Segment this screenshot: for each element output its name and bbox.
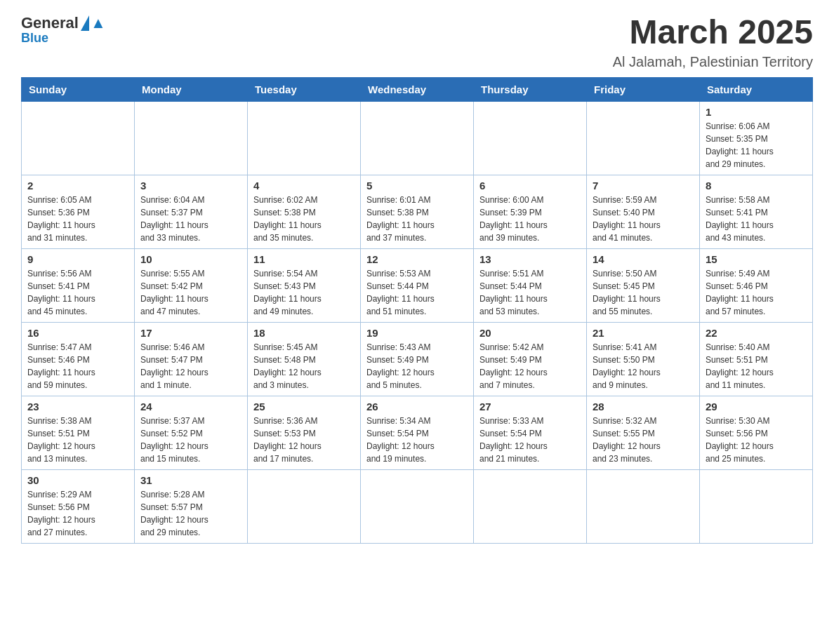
table-row: 1Sunrise: 6:06 AM Sunset: 5:35 PM Daylig… bbox=[700, 101, 813, 175]
day-number: 24 bbox=[140, 401, 241, 412]
day-number: 4 bbox=[253, 180, 355, 192]
day-number: 8 bbox=[706, 180, 807, 192]
day-number: 25 bbox=[253, 401, 355, 412]
header-thursday: Thursday bbox=[474, 77, 587, 101]
day-info: Sunrise: 5:55 AM Sunset: 5:42 PM Dayligh… bbox=[140, 267, 241, 318]
day-info: Sunrise: 5:45 AM Sunset: 5:48 PM Dayligh… bbox=[253, 341, 355, 391]
header-saturday: Saturday bbox=[700, 77, 813, 101]
header-wednesday: Wednesday bbox=[361, 77, 474, 101]
day-number: 26 bbox=[366, 401, 468, 412]
day-number: 2 bbox=[27, 180, 128, 192]
table-row: 23Sunrise: 5:38 AM Sunset: 5:51 PM Dayli… bbox=[22, 396, 135, 469]
day-number: 31 bbox=[140, 474, 241, 486]
day-info: Sunrise: 5:29 AM Sunset: 5:56 PM Dayligh… bbox=[27, 488, 128, 539]
table-row bbox=[474, 101, 587, 175]
table-row: 20Sunrise: 5:42 AM Sunset: 5:49 PM Dayli… bbox=[474, 322, 587, 396]
table-row: 19Sunrise: 5:43 AM Sunset: 5:49 PM Dayli… bbox=[361, 322, 474, 396]
calendar-week-row: 23Sunrise: 5:38 AM Sunset: 5:51 PM Dayli… bbox=[22, 396, 813, 469]
table-row: 6Sunrise: 6:00 AM Sunset: 5:39 PM Daylig… bbox=[474, 175, 587, 248]
table-row: 5Sunrise: 6:01 AM Sunset: 5:38 PM Daylig… bbox=[361, 175, 474, 248]
logo-general-text: General bbox=[21, 14, 79, 32]
calendar-week-row: 30Sunrise: 5:29 AM Sunset: 5:56 PM Dayli… bbox=[22, 469, 813, 543]
day-info: Sunrise: 6:05 AM Sunset: 5:36 PM Dayligh… bbox=[27, 194, 128, 244]
day-number: 19 bbox=[366, 327, 468, 339]
day-info: Sunrise: 5:50 AM Sunset: 5:45 PM Dayligh… bbox=[593, 267, 694, 318]
header-monday: Monday bbox=[135, 77, 248, 101]
day-number: 22 bbox=[706, 327, 807, 339]
table-row: 13Sunrise: 5:51 AM Sunset: 5:44 PM Dayli… bbox=[474, 248, 587, 322]
calendar-week-row: 9Sunrise: 5:56 AM Sunset: 5:41 PM Daylig… bbox=[22, 248, 813, 322]
day-info: Sunrise: 5:54 AM Sunset: 5:43 PM Dayligh… bbox=[253, 267, 355, 318]
day-info: Sunrise: 5:56 AM Sunset: 5:41 PM Dayligh… bbox=[27, 267, 128, 318]
table-row: 3Sunrise: 6:04 AM Sunset: 5:37 PM Daylig… bbox=[135, 175, 248, 248]
day-info: Sunrise: 5:28 AM Sunset: 5:57 PM Dayligh… bbox=[140, 488, 241, 539]
header-sunday: Sunday bbox=[22, 77, 135, 101]
day-number: 6 bbox=[479, 180, 581, 192]
table-row: 14Sunrise: 5:50 AM Sunset: 5:45 PM Dayli… bbox=[587, 248, 700, 322]
table-row: 29Sunrise: 5:30 AM Sunset: 5:56 PM Dayli… bbox=[700, 396, 813, 469]
day-info: Sunrise: 5:36 AM Sunset: 5:53 PM Dayligh… bbox=[253, 415, 355, 465]
day-number: 1 bbox=[706, 106, 807, 118]
table-row: 8Sunrise: 5:58 AM Sunset: 5:41 PM Daylig… bbox=[700, 175, 813, 248]
day-info: Sunrise: 5:41 AM Sunset: 5:50 PM Dayligh… bbox=[593, 341, 694, 391]
day-number: 15 bbox=[706, 253, 807, 265]
day-number: 18 bbox=[253, 327, 355, 339]
day-info: Sunrise: 5:47 AM Sunset: 5:46 PM Dayligh… bbox=[27, 341, 128, 391]
table-row: 17Sunrise: 5:46 AM Sunset: 5:47 PM Dayli… bbox=[135, 322, 248, 396]
day-info: Sunrise: 6:04 AM Sunset: 5:37 PM Dayligh… bbox=[140, 194, 241, 244]
logo-subtitle: Blue bbox=[21, 31, 48, 46]
day-number: 30 bbox=[27, 474, 128, 486]
day-number: 29 bbox=[706, 401, 807, 412]
table-row: 4Sunrise: 6:02 AM Sunset: 5:38 PM Daylig… bbox=[248, 175, 361, 248]
day-info: Sunrise: 6:00 AM Sunset: 5:39 PM Dayligh… bbox=[479, 194, 581, 244]
table-row: 31Sunrise: 5:28 AM Sunset: 5:57 PM Dayli… bbox=[135, 469, 248, 543]
day-number: 11 bbox=[253, 253, 355, 265]
calendar-week-row: 2Sunrise: 6:05 AM Sunset: 5:36 PM Daylig… bbox=[22, 175, 813, 248]
table-row bbox=[361, 469, 474, 543]
logo: General ▲ Blue bbox=[21, 14, 106, 46]
day-number: 23 bbox=[27, 401, 128, 412]
logo-triangle-icon bbox=[81, 15, 89, 31]
table-row bbox=[22, 101, 135, 175]
day-info: Sunrise: 5:58 AM Sunset: 5:41 PM Dayligh… bbox=[706, 194, 807, 244]
title-block: March 2025 Al Jalamah, Palestinian Terri… bbox=[613, 14, 813, 70]
table-row bbox=[700, 469, 813, 543]
day-number: 21 bbox=[593, 327, 694, 339]
day-info: Sunrise: 5:51 AM Sunset: 5:44 PM Dayligh… bbox=[479, 267, 581, 318]
table-row: 30Sunrise: 5:29 AM Sunset: 5:56 PM Dayli… bbox=[22, 469, 135, 543]
day-number: 14 bbox=[593, 253, 694, 265]
day-info: Sunrise: 5:30 AM Sunset: 5:56 PM Dayligh… bbox=[706, 415, 807, 465]
day-number: 5 bbox=[366, 180, 468, 192]
day-info: Sunrise: 5:43 AM Sunset: 5:49 PM Dayligh… bbox=[366, 341, 468, 391]
calendar-week-row: 1Sunrise: 6:06 AM Sunset: 5:35 PM Daylig… bbox=[22, 101, 813, 175]
day-info: Sunrise: 5:38 AM Sunset: 5:51 PM Dayligh… bbox=[27, 415, 128, 465]
table-row bbox=[474, 469, 587, 543]
day-number: 3 bbox=[140, 180, 241, 192]
day-info: Sunrise: 5:37 AM Sunset: 5:52 PM Dayligh… bbox=[140, 415, 241, 465]
day-info: Sunrise: 5:49 AM Sunset: 5:46 PM Dayligh… bbox=[706, 267, 807, 318]
calendar-table: Sunday Monday Tuesday Wednesday Thursday… bbox=[21, 77, 813, 544]
calendar-title: March 2025 bbox=[613, 14, 813, 51]
table-row: 18Sunrise: 5:45 AM Sunset: 5:48 PM Dayli… bbox=[248, 322, 361, 396]
header-tuesday: Tuesday bbox=[248, 77, 361, 101]
table-row: 22Sunrise: 5:40 AM Sunset: 5:51 PM Dayli… bbox=[700, 322, 813, 396]
day-info: Sunrise: 5:34 AM Sunset: 5:54 PM Dayligh… bbox=[366, 415, 468, 465]
day-info: Sunrise: 5:59 AM Sunset: 5:40 PM Dayligh… bbox=[593, 194, 694, 244]
logo-blue-text: ▲ bbox=[91, 14, 106, 32]
table-row: 24Sunrise: 5:37 AM Sunset: 5:52 PM Dayli… bbox=[135, 396, 248, 469]
table-row: 11Sunrise: 5:54 AM Sunset: 5:43 PM Dayli… bbox=[248, 248, 361, 322]
day-info: Sunrise: 5:53 AM Sunset: 5:44 PM Dayligh… bbox=[366, 267, 468, 318]
day-info: Sunrise: 6:01 AM Sunset: 5:38 PM Dayligh… bbox=[366, 194, 468, 244]
page-header: General ▲ Blue March 2025 Al Jalamah, Pa… bbox=[21, 14, 813, 70]
table-row: 25Sunrise: 5:36 AM Sunset: 5:53 PM Dayli… bbox=[248, 396, 361, 469]
day-info: Sunrise: 5:33 AM Sunset: 5:54 PM Dayligh… bbox=[479, 415, 581, 465]
day-number: 20 bbox=[479, 327, 581, 339]
weekday-header-row: Sunday Monday Tuesday Wednesday Thursday… bbox=[22, 77, 813, 101]
day-info: Sunrise: 5:40 AM Sunset: 5:51 PM Dayligh… bbox=[706, 341, 807, 391]
day-info: Sunrise: 5:46 AM Sunset: 5:47 PM Dayligh… bbox=[140, 341, 241, 391]
table-row: 2Sunrise: 6:05 AM Sunset: 5:36 PM Daylig… bbox=[22, 175, 135, 248]
header-friday: Friday bbox=[587, 77, 700, 101]
table-row bbox=[361, 101, 474, 175]
table-row: 10Sunrise: 5:55 AM Sunset: 5:42 PM Dayli… bbox=[135, 248, 248, 322]
day-number: 10 bbox=[140, 253, 241, 265]
